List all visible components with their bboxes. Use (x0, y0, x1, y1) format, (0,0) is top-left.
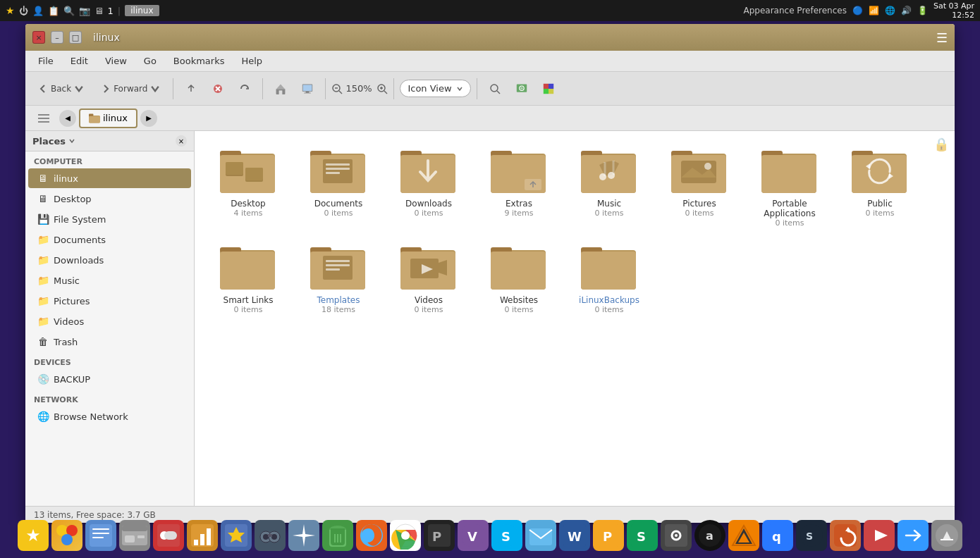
folder-portable-apps[interactable]: Portable Applications 0 items (747, 142, 832, 233)
dock-star[interactable]: ★ (18, 520, 49, 551)
taskbar-bluetooth[interactable]: 🔵 (852, 6, 863, 16)
maximize-button[interactable]: □ (69, 31, 82, 44)
dock-vlc[interactable] (728, 520, 759, 551)
home-button[interactable] (269, 80, 293, 98)
sidebar-item-music[interactable]: 📁 Music (28, 271, 191, 290)
dock-remote2[interactable] (898, 520, 929, 551)
taskbar-icon-star[interactable]: ★ (6, 5, 15, 16)
dock-files[interactable] (85, 520, 116, 551)
dock-circles[interactable] (51, 520, 82, 551)
dock-sheets[interactable]: S (627, 520, 658, 551)
sidebar-item-browse-network[interactable]: 🌐 Browse Network (28, 407, 191, 426)
sidebar-item-filesystem[interactable]: 💾 File System (28, 209, 191, 229)
menu-go[interactable]: Go (137, 54, 164, 68)
reload-button[interactable] (233, 80, 257, 98)
public-folder-icon (852, 148, 908, 196)
taskbar-icon-screen[interactable]: 🖥 (94, 6, 104, 16)
path-left-button[interactable]: ◀ (59, 110, 76, 127)
zoom-out-button[interactable] (331, 83, 343, 94)
find-button[interactable] (483, 80, 507, 98)
menu-bookmarks[interactable]: Bookmarks (166, 54, 232, 68)
dock-binoculars[interactable] (255, 520, 286, 551)
dock-chrome[interactable] (390, 520, 421, 551)
taskbar-icon-camera[interactable]: 📷 (79, 6, 90, 16)
network-icon: 🌐 (37, 410, 49, 423)
stop-button[interactable] (206, 80, 230, 98)
up-button[interactable] (179, 80, 203, 98)
taskbar-icon-clip[interactable]: 📋 (48, 6, 59, 16)
dock-steam[interactable]: S (796, 520, 827, 551)
svg-rect-72 (326, 268, 340, 271)
folder-extras[interactable]: Extras 9 items (477, 142, 561, 233)
menu-view[interactable]: View (98, 54, 134, 68)
places-toggle-button[interactable] (31, 108, 56, 128)
color-button[interactable] (537, 80, 561, 98)
close-button[interactable]: × (32, 31, 45, 44)
folder-downloads[interactable]: Downloads 0 items (386, 142, 471, 233)
preview-button[interactable] (510, 80, 534, 98)
dock-pro[interactable]: P (424, 520, 455, 551)
music-folder-count: 0 items (594, 209, 623, 218)
folder-public[interactable]: Public 0 items (838, 142, 922, 233)
folder-videos[interactable]: Videos 0 items (386, 239, 471, 320)
dock-amazon[interactable]: a (694, 520, 725, 551)
sidebar-item-videos[interactable]: 📁 Videos (28, 311, 191, 331)
dock-qbittorrent[interactable]: q (762, 520, 793, 551)
dock-trash-dock[interactable] (322, 520, 353, 551)
hamburger-menu-icon[interactable]: ☰ (936, 30, 948, 45)
forward-button[interactable]: Forward (94, 80, 167, 98)
taskbar-network[interactable]: 🌐 (885, 6, 895, 16)
dock-filemanager[interactable] (119, 520, 150, 551)
folder-desktop[interactable]: Desktop 4 items (206, 142, 290, 233)
dock-skype[interactable]: S (491, 520, 522, 551)
sidebar-close-button[interactable]: × (176, 135, 187, 147)
zoom-in-button[interactable] (376, 83, 388, 94)
menu-edit[interactable]: Edit (63, 54, 95, 68)
svg-rect-80 (491, 252, 546, 290)
dock-word[interactable]: W (559, 520, 590, 551)
dock-viber[interactable]: V (458, 520, 489, 551)
breadcrumb-current[interactable]: ilinux (79, 108, 137, 128)
back-button[interactable]: Back (31, 80, 91, 98)
taskbar-volume[interactable]: 🔊 (901, 6, 912, 16)
sidebar-item-backup[interactable]: 💿 BACKUP (28, 369, 191, 389)
folder-templates[interactable]: Templates 18 items (296, 239, 381, 320)
sidebar-item-downloads[interactable]: 📁 Downloads (28, 250, 191, 270)
taskbar-icon-power[interactable]: ⏻ (19, 6, 28, 16)
dock-toggle[interactable] (153, 520, 184, 551)
dock-undo[interactable] (830, 520, 861, 551)
sidebar-item-ilinux[interactable]: 🖥 ilinux (28, 168, 191, 188)
dock-app1[interactable] (187, 520, 218, 551)
sidebar-item-desktop[interactable]: 🖥 Desktop (28, 189, 191, 209)
taskbar-window-btn[interactable]: ilinux (125, 5, 159, 16)
find-icon (489, 83, 501, 94)
dock-mail[interactable] (525, 520, 556, 551)
minimize-button[interactable]: – (51, 31, 63, 44)
dock-app2[interactable] (221, 520, 252, 551)
dock-launcher[interactable] (288, 520, 319, 551)
menu-help[interactable]: Help (234, 54, 269, 68)
menu-file[interactable]: File (31, 54, 61, 68)
taskbar-appearance[interactable]: Appearance Preferences (743, 6, 846, 16)
folder-pictures[interactable]: Pictures 0 items (657, 142, 742, 233)
dock-recycle[interactable] (931, 520, 962, 551)
dock-presentation[interactable]: P (593, 520, 624, 551)
dock-remote-desktop[interactable] (864, 520, 895, 551)
folder-documents[interactable]: Documents 0 items (296, 142, 381, 233)
taskbar-battery[interactable]: 🔋 (917, 6, 928, 16)
path-right-button[interactable]: ▶ (140, 110, 157, 127)
taskbar-icon-search[interactable]: 🔍 (63, 6, 75, 16)
sidebar-item-pictures[interactable]: 📁 Pictures (28, 291, 191, 311)
folder-websites[interactable]: Websites 0 items (477, 239, 561, 320)
folder-music[interactable]: Music 0 items (567, 142, 651, 233)
dock-settings[interactable] (661, 520, 692, 551)
taskbar-icon-user[interactable]: 👤 (32, 6, 44, 16)
sidebar-item-documents[interactable]: 📁 Documents (28, 230, 191, 249)
computer-button[interactable] (295, 80, 319, 98)
sidebar-item-trash[interactable]: 🗑 Trash (28, 332, 191, 352)
folder-ilinuxbackups[interactable]: iLinuxBackups 0 items (567, 239, 651, 320)
folder-smart-links[interactable]: Smart Links 0 items (206, 239, 290, 320)
dock-firefox[interactable] (356, 520, 387, 551)
places-dropdown-icon[interactable] (68, 137, 75, 144)
view-mode-dropdown[interactable]: Icon View (400, 80, 470, 97)
